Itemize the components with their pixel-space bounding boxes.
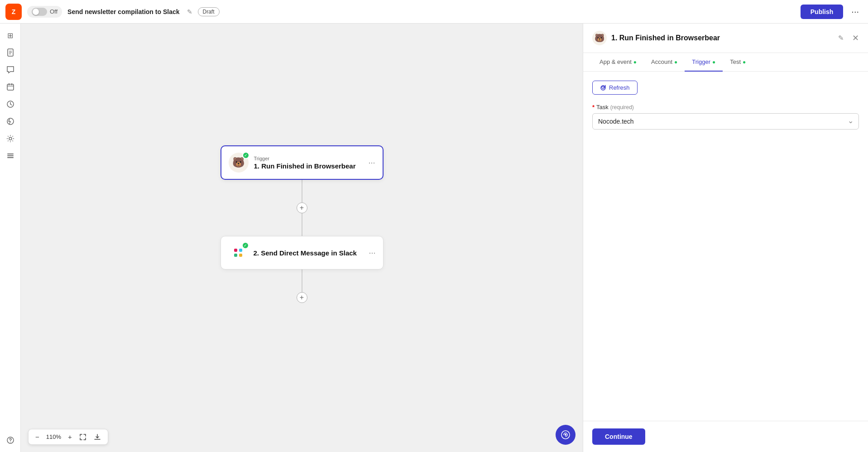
ai-assistant-button[interactable] (556, 425, 575, 445)
task-field-label: * Task (required) (592, 104, 859, 111)
download-button[interactable] (91, 433, 103, 442)
trigger-node-info: Trigger 1. Run Finished in Browserbear (254, 156, 363, 170)
task-select[interactable]: Nocode.tech (592, 113, 859, 130)
connector-line-3 (302, 269, 302, 292)
sidebar-item-settings[interactable] (3, 131, 18, 146)
refresh-icon (600, 85, 606, 91)
sidebar-item-file[interactable] (3, 45, 18, 60)
slack-icon (232, 246, 245, 259)
task-field-wrap: Nocode.tech (592, 113, 859, 130)
sidebar-item-zaps[interactable] (3, 114, 18, 129)
panel-header-icon: 🐻 (592, 31, 607, 45)
toggle-label: Off (50, 8, 58, 15)
sidebar-item-calendar[interactable] (3, 80, 18, 94)
panel-header: 🐻 1. Run Finished in Browserbear ✎ ✕ (583, 24, 868, 53)
action-node-menu[interactable]: ··· (369, 248, 375, 258)
zoom-out-button[interactable]: − (33, 432, 42, 442)
panel-edit-icon[interactable]: ✎ (838, 34, 844, 42)
tab-trigger[interactable]: Trigger ● (685, 53, 723, 72)
tab-test[interactable]: Test ● (723, 53, 753, 72)
toggle-switch[interactable] (32, 8, 47, 16)
svg-point-15 (10, 442, 11, 442)
svg-point-10 (9, 137, 12, 140)
sidebar-item-chat[interactable] (3, 63, 18, 77)
sidebar-item-help[interactable] (3, 433, 18, 447)
refresh-button[interactable]: Refresh (592, 81, 638, 95)
main-layout: ⊞ (0, 24, 868, 452)
tab-test-label: Test (730, 58, 741, 65)
tab-account[interactable]: Account ● (644, 53, 685, 72)
trigger-node-icon: 🐻 ✓ (229, 153, 249, 173)
left-sidebar: ⊞ (0, 24, 21, 452)
svg-point-21 (565, 434, 566, 436)
connector-line-1 (302, 180, 302, 202)
sidebar-item-history[interactable] (3, 97, 18, 111)
svg-rect-4 (7, 84, 14, 90)
browserbear-icon: 🐻 (232, 157, 245, 168)
action-node[interactable]: ✓ 2. Send Direct Message in Slack ··· (221, 236, 384, 269)
toggle-thumb (33, 9, 39, 15)
edit-title-icon[interactable]: ✎ (187, 8, 192, 15)
sidebar-item-layers[interactable] (3, 149, 18, 163)
tab-app-event[interactable]: App & event ● (592, 53, 644, 72)
zoom-in-button[interactable]: + (66, 432, 74, 442)
draft-badge: Draft (198, 7, 220, 16)
tab-account-check: ● (674, 59, 677, 65)
svg-rect-18 (234, 254, 237, 257)
workflow-title: Send newsletter compilation to Slack (67, 8, 179, 15)
trigger-node-check: ✓ (242, 152, 249, 159)
canvas-toolbar: − 110% + (28, 429, 108, 445)
tab-trigger-check: ● (712, 59, 715, 65)
panel-body: Refresh * Task (required) Nocode.tech (583, 72, 868, 421)
zapier-logo: Z (5, 4, 22, 20)
panel-title: 1. Run Finished in Browserbear (611, 34, 834, 42)
tab-app-event-label: App & event (599, 58, 632, 65)
continue-button[interactable]: Continue (592, 428, 645, 445)
tab-trigger-label: Trigger (692, 58, 710, 65)
svg-rect-19 (239, 254, 242, 257)
sidebar-item-grid[interactable]: ⊞ (3, 28, 18, 43)
action-node-info: 2. Send Direct Message in Slack (254, 249, 364, 257)
canvas-content: 🐻 ✓ Trigger 1. Run Finished in Browserbe… (21, 24, 583, 452)
svg-rect-16 (234, 249, 237, 252)
right-panel: 🐻 1. Run Finished in Browserbear ✎ ✕ App… (583, 24, 868, 452)
more-options-button[interactable]: ··· (848, 5, 863, 19)
fit-to-screen-button[interactable] (77, 433, 89, 442)
svg-rect-17 (239, 249, 242, 252)
panel-close-button[interactable]: ✕ (852, 33, 859, 43)
tab-test-check: ● (743, 59, 746, 65)
action-node-icon: ✓ (228, 243, 248, 263)
svg-rect-12 (7, 155, 14, 156)
trigger-node-label: Trigger (254, 156, 363, 161)
add-step-button-2[interactable]: + (297, 292, 307, 303)
action-node-title: 2. Send Direct Message in Slack (254, 249, 364, 257)
svg-rect-11 (7, 154, 14, 154)
svg-rect-13 (7, 157, 14, 158)
toggle-wrap[interactable]: Off (27, 6, 62, 18)
tab-account-label: Account (651, 58, 672, 65)
connector-line-2 (302, 213, 302, 236)
trigger-node-menu[interactable]: ··· (368, 158, 375, 168)
add-step-button-1[interactable]: + (297, 202, 307, 213)
topbar: Z Off Send newsletter compilation to Sla… (0, 0, 868, 24)
trigger-node-title: 1. Run Finished in Browserbear (254, 162, 363, 170)
trigger-node[interactable]: 🐻 ✓ Trigger 1. Run Finished in Browserbe… (221, 145, 384, 180)
flow-container: 🐻 ✓ Trigger 1. Run Finished in Browserbe… (221, 145, 384, 303)
canvas[interactable]: 🐻 ✓ Trigger 1. Run Finished in Browserbe… (21, 24, 583, 452)
canvas-bottom-right (556, 425, 575, 445)
tab-app-event-check: ● (633, 59, 637, 65)
publish-button[interactable]: Publish (801, 5, 844, 19)
panel-footer: Continue (583, 421, 868, 452)
action-node-check: ✓ (242, 242, 249, 249)
zoom-level: 110% (44, 433, 63, 440)
panel-tabs: App & event ● Account ● Trigger ● Test ● (583, 53, 868, 72)
topbar-right: Publish ··· (801, 5, 863, 19)
